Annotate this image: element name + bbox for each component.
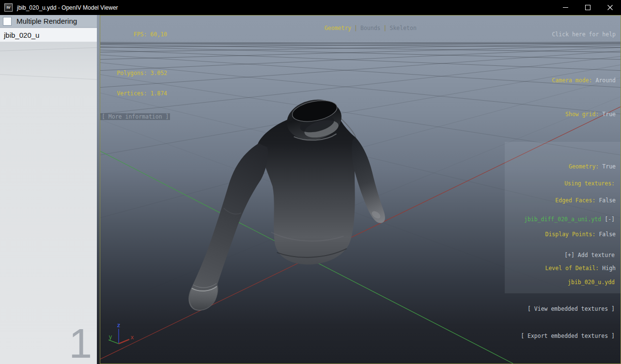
window-controls bbox=[554, 0, 621, 15]
show-grid-label: Show grid: bbox=[565, 111, 599, 118]
texture-file-name[interactable]: jbib_diff_020_a_uni.ytd bbox=[524, 216, 601, 223]
model-name: jbib_020_u bbox=[4, 31, 39, 39]
maximize-button[interactable] bbox=[576, 0, 599, 15]
grid-bleed-line bbox=[0, 47, 97, 51]
model-list-item[interactable]: jbib_020_u bbox=[0, 28, 97, 42]
page-number-watermark: 1 bbox=[69, 322, 92, 364]
app-window: IV jbib_020_u.ydd - OpenIV Model Viewer … bbox=[0, 0, 621, 364]
maximize-icon bbox=[585, 5, 590, 10]
export-embedded-textures-button[interactable]: [ Export embedded textures ] bbox=[497, 332, 621, 341]
sidebar: Multiple Rendering jbib_020_u 1 bbox=[0, 15, 100, 364]
show-grid-row[interactable]: Show grid:True bbox=[505, 104, 621, 124]
tab-skeleton[interactable]: Skeleton bbox=[389, 25, 416, 31]
close-button[interactable] bbox=[599, 0, 621, 15]
close-icon bbox=[607, 5, 613, 10]
grid-bleed-line bbox=[0, 74, 97, 81]
multiple-rendering-label: Multiple Rendering bbox=[16, 17, 77, 25]
help-link[interactable]: Click here for help bbox=[505, 31, 621, 38]
minimize-button[interactable] bbox=[554, 0, 576, 15]
using-textures-heading: Using textures: bbox=[497, 179, 621, 188]
model-right-sleeve bbox=[352, 137, 385, 223]
view-embedded-textures-button[interactable]: [ View embedded textures ] bbox=[497, 304, 621, 314]
polygons-count: Polygons: 3.052 bbox=[100, 70, 167, 76]
model-turtleneck-sweater bbox=[188, 95, 385, 311]
model-left-sleeve bbox=[188, 143, 268, 311]
gizmo-x-label: x bbox=[130, 334, 134, 341]
axis-gizmo: z y x bbox=[109, 322, 134, 344]
model-viewport[interactable]: z y x FPS: 60,10 Polygons: 3.052 Vertice… bbox=[100, 15, 621, 364]
sidebar-content: Multiple Rendering jbib_020_u 1 bbox=[0, 15, 97, 364]
camera-mode-value: Around bbox=[595, 77, 616, 84]
tab-geometry[interactable]: Geometry bbox=[325, 25, 351, 31]
tab-separator: | bbox=[354, 25, 357, 31]
remove-texture-button[interactable]: [-] bbox=[605, 216, 615, 223]
tab-separator: | bbox=[384, 25, 387, 31]
more-information-button[interactable]: [ More information ] bbox=[100, 113, 170, 120]
model-file-name: jbib_020_u.ydd bbox=[497, 278, 621, 287]
app-icon-label: IV bbox=[7, 5, 11, 10]
show-grid-value: True bbox=[602, 111, 616, 118]
add-texture-button[interactable]: [+] Add texture bbox=[497, 251, 621, 260]
gizmo-z-label: z bbox=[117, 322, 120, 329]
minimize-icon bbox=[563, 7, 568, 8]
openiv-app-icon: IV bbox=[4, 3, 13, 12]
titlebar: IV jbib_020_u.ydd - OpenIV Model Viewer bbox=[0, 0, 621, 15]
gizmo-y-label: y bbox=[109, 334, 112, 340]
multiple-rendering-panel: Multiple Rendering bbox=[0, 15, 97, 28]
texture-entry-row: jbib_diff_020_a_uni.ytd[-] bbox=[497, 206, 621, 233]
vertices-count: Vertices: 1.874 bbox=[100, 90, 167, 97]
multiple-rendering-checkbox[interactable] bbox=[3, 17, 12, 26]
window-title: jbib_020_u.ydd - OpenIV Model Viewer bbox=[17, 4, 118, 11]
textures-block: Using textures: jbib_diff_020_a_uni.ytd[… bbox=[497, 161, 621, 358]
tab-bounds[interactable]: Bounds bbox=[360, 25, 381, 31]
camera-mode-label: Camera mode: bbox=[552, 77, 592, 84]
camera-mode-row[interactable]: Camera mode:Around bbox=[505, 70, 621, 91]
